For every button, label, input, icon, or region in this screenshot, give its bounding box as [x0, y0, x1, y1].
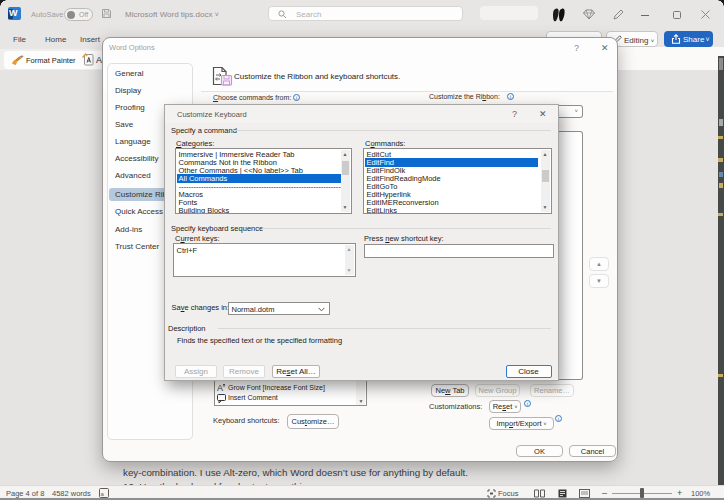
svg-text:A: A [217, 383, 223, 392]
svg-text:a: a [101, 491, 105, 497]
